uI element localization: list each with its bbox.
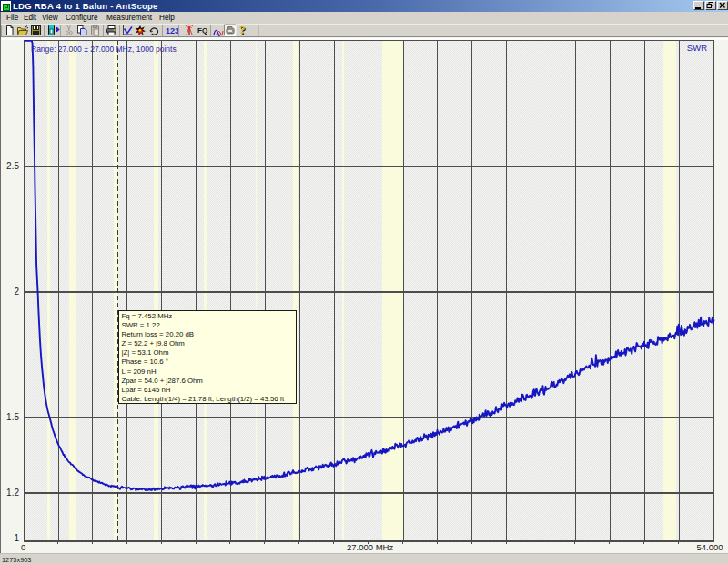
svg-text:FQ: FQ: [197, 26, 207, 35]
svg-text:123: 123: [166, 26, 179, 35]
svg-text:?: ?: [239, 24, 245, 36]
